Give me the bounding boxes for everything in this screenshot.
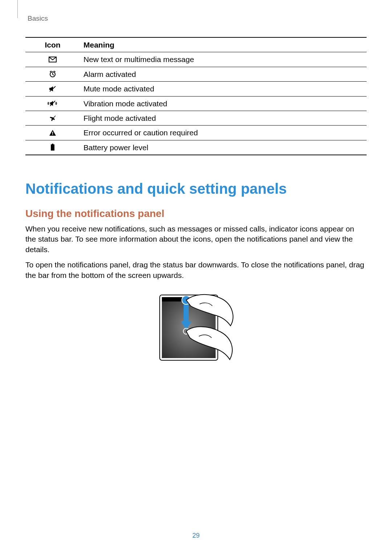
meaning-cell: Vibration mode activated xyxy=(80,96,367,111)
svg-rect-5 xyxy=(52,134,53,135)
svg-rect-7 xyxy=(51,144,54,151)
body-paragraph: To open the notifications panel, drag th… xyxy=(25,260,367,280)
meaning-cell: Battery power level xyxy=(80,140,367,155)
svg-rect-6 xyxy=(52,144,53,144)
table-row: Flight mode activated xyxy=(25,111,367,125)
table-row: Vibration mode activated xyxy=(25,96,367,111)
message-icon xyxy=(25,52,80,67)
meaning-cell: Alarm activated xyxy=(80,67,367,81)
page-top-mark xyxy=(17,0,18,18)
page-number: 29 xyxy=(0,532,392,539)
table-row: Battery power level xyxy=(25,140,367,155)
table-header-row: Icon Meaning xyxy=(25,37,367,52)
vibrate-icon xyxy=(25,96,80,111)
table-row: Alarm activated xyxy=(25,67,367,81)
icon-meaning-table: Icon Meaning New text or multimedia mess… xyxy=(25,37,367,155)
battery-icon xyxy=(25,140,80,155)
svg-rect-12 xyxy=(184,304,189,322)
table-row: Error occurred or caution required xyxy=(25,126,367,140)
meaning-cell: New text or multimedia message xyxy=(80,52,367,67)
svg-rect-4 xyxy=(52,132,53,134)
warning-icon xyxy=(25,126,80,140)
alarm-icon xyxy=(25,67,80,81)
col-header-icon: Icon xyxy=(25,37,80,52)
running-header: Basics xyxy=(28,15,367,22)
airplane-icon xyxy=(25,111,80,125)
table-row: Mute mode activated xyxy=(25,82,367,96)
mute-icon xyxy=(25,82,80,96)
meaning-cell: Error occurred or caution required xyxy=(80,126,367,140)
body-paragraph: When you receive new notifications, such… xyxy=(25,224,367,255)
table-row: New text or multimedia message xyxy=(25,52,367,67)
section-title: Notifications and quick setting panels xyxy=(25,181,367,197)
meaning-cell: Mute mode activated xyxy=(80,82,367,96)
sub-section-title: Using the notifications panel xyxy=(25,208,367,219)
col-header-meaning: Meaning xyxy=(80,37,367,52)
swipe-down-illustration: 10:00 xyxy=(149,291,243,365)
meaning-cell: Flight mode activated xyxy=(80,111,367,125)
